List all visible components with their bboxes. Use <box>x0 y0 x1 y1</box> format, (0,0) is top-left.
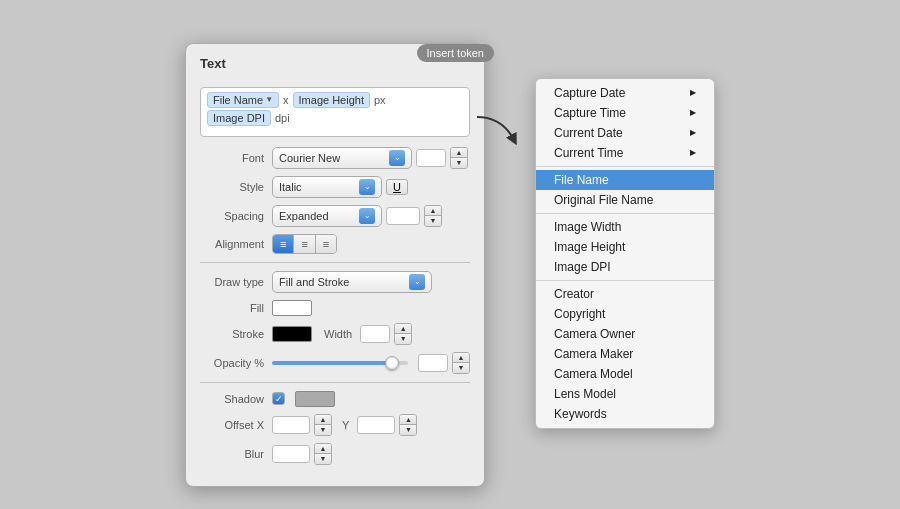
opacity-input[interactable]: 90 <box>418 354 448 372</box>
menu-item-capture-date[interactable]: Capture Date <box>536 83 714 103</box>
menu-item-camera-owner[interactable]: Camera Owner <box>536 324 714 344</box>
offset-y-up[interactable]: ▲ <box>400 415 416 425</box>
menu-item-lens-model[interactable]: Lens Model <box>536 384 714 404</box>
menu-item-capture-time[interactable]: Capture Time <box>536 103 714 123</box>
menu-item-image-height[interactable]: Image Height <box>536 237 714 257</box>
spacing-label: Spacing <box>200 210 272 222</box>
spacing-stepper[interactable]: ▲ ▼ <box>424 205 442 227</box>
spacing-amount-input[interactable]: 1.2 <box>386 207 420 225</box>
opacity-label: Opacity % <box>200 357 272 369</box>
menu-item-original-file-name[interactable]: Original File Name <box>536 190 714 210</box>
offset-x-stepper[interactable]: ▲ ▼ <box>314 414 332 436</box>
menu-item-image-width[interactable]: Image Width <box>536 217 714 237</box>
opacity-control: 90 ▲ ▼ <box>272 352 470 374</box>
font-size-input[interactable]: 14 <box>416 149 446 167</box>
spacing-select[interactable]: Expanded ⌄ <box>272 205 382 227</box>
token-dropdown-arrow: ▼ <box>265 95 273 104</box>
align-left-button[interactable]: ≡ <box>273 235 294 253</box>
draw-type-arrow: ⌄ <box>409 274 425 290</box>
offset-row: Offset X 1 ▲ ▼ Y -1 ▲ ▼ <box>200 414 470 436</box>
blur-control: 1 ▲ ▼ <box>272 443 470 465</box>
opacity-down[interactable]: ▼ <box>453 363 469 373</box>
font-size-down[interactable]: ▼ <box>451 158 467 168</box>
font-row: Font Courier New ⌄ 14 ▲ ▼ <box>200 147 470 169</box>
arrow-connector <box>472 112 522 152</box>
menu-item-keywords[interactable]: Keywords <box>536 404 714 424</box>
opacity-row: Opacity % 90 ▲ ▼ <box>200 352 470 374</box>
offset-control: 1 ▲ ▼ Y -1 ▲ ▼ <box>272 414 470 436</box>
menu-item-camera-model[interactable]: Camera Model <box>536 364 714 384</box>
menu-item-current-date[interactable]: Current Date <box>536 123 714 143</box>
menu-item-copyright[interactable]: Copyright <box>536 304 714 324</box>
offset-y-stepper[interactable]: ▲ ▼ <box>399 414 417 436</box>
insert-token-menu: Capture Date Capture Time Current Date C… <box>535 78 715 429</box>
offset-y-down[interactable]: ▼ <box>400 425 416 435</box>
alignment-group: ≡ ≡ ≡ <box>272 234 337 254</box>
font-control: Courier New ⌄ 14 ▲ ▼ <box>272 147 470 169</box>
stroke-row: Stroke Width 1 ▲ ▼ <box>200 323 470 345</box>
font-size-up[interactable]: ▲ <box>451 148 467 158</box>
align-right-button[interactable]: ≡ <box>316 235 336 253</box>
draw-type-control: Fill and Stroke ⌄ <box>272 271 470 293</box>
stroke-color-swatch[interactable] <box>272 326 312 342</box>
blur-input[interactable]: 1 <box>272 445 310 463</box>
style-row: Style Italic ⌄ U <box>200 176 470 198</box>
fill-color-swatch[interactable] <box>272 300 312 316</box>
opacity-slider-thumb[interactable] <box>385 356 399 370</box>
style-label: Style <box>200 181 272 193</box>
panel-title: Text <box>200 56 226 71</box>
stroke-width-down[interactable]: ▼ <box>395 334 411 344</box>
style-select[interactable]: Italic ⌄ <box>272 176 382 198</box>
blur-stepper[interactable]: ▲ ▼ <box>314 443 332 465</box>
menu-divider-2 <box>536 213 714 214</box>
file-name-token[interactable]: File Name ▼ <box>207 92 279 108</box>
offset-x-down[interactable]: ▼ <box>315 425 331 435</box>
shadow-row: Shadow ✓ <box>200 391 470 407</box>
shadow-color-swatch[interactable] <box>295 391 335 407</box>
fill-label: Fill <box>200 302 272 314</box>
fill-row: Fill <box>200 300 470 316</box>
spacing-down[interactable]: ▼ <box>425 216 441 226</box>
draw-type-select[interactable]: Fill and Stroke ⌄ <box>272 271 432 293</box>
underline-button[interactable]: U <box>386 179 408 195</box>
menu-item-current-time[interactable]: Current Time <box>536 143 714 163</box>
font-size-stepper[interactable]: ▲ ▼ <box>450 147 468 169</box>
alignment-label: Alignment <box>200 238 272 250</box>
font-select-arrow: ⌄ <box>389 150 405 166</box>
font-label: Font <box>200 152 272 164</box>
menu-item-file-name[interactable]: File Name <box>536 170 714 190</box>
align-center-button[interactable]: ≡ <box>294 235 315 253</box>
offset-x-up[interactable]: ▲ <box>315 415 331 425</box>
shadow-checkbox[interactable]: ✓ <box>272 392 285 405</box>
offset-x-input[interactable]: 1 <box>272 416 310 434</box>
font-select[interactable]: Courier New ⌄ <box>272 147 412 169</box>
style-select-arrow: ⌄ <box>359 179 375 195</box>
spacing-up[interactable]: ▲ <box>425 206 441 216</box>
image-dpi-token[interactable]: Image DPI <box>207 110 271 126</box>
image-height-token[interactable]: Image Height <box>293 92 370 108</box>
stroke-width-input[interactable]: 1 <box>360 325 390 343</box>
alignment-row: Alignment ≡ ≡ ≡ <box>200 234 470 254</box>
menu-item-image-dpi[interactable]: Image DPI <box>536 257 714 277</box>
stroke-width-stepper[interactable]: ▲ ▼ <box>394 323 412 345</box>
fill-control <box>272 300 470 316</box>
menu-divider-3 <box>536 280 714 281</box>
offset-y-input[interactable]: -1 <box>357 416 395 434</box>
text-panel: Text Insert token File Name ▼ x Image He… <box>185 43 485 487</box>
opacity-stepper[interactable]: ▲ ▼ <box>452 352 470 374</box>
opacity-slider-container[interactable] <box>272 361 408 365</box>
shadow-label: Shadow <box>200 393 272 405</box>
spacing-control: Expanded ⌄ 1.2 ▲ ▼ <box>272 205 470 227</box>
opacity-slider-track[interactable] <box>272 361 408 365</box>
token-area[interactable]: File Name ▼ x Image Height px Image DPI … <box>200 87 470 137</box>
opacity-up[interactable]: ▲ <box>453 353 469 363</box>
insert-token-button[interactable]: Insert token <box>417 44 494 62</box>
offset-y-label: Y <box>342 419 349 431</box>
menu-item-creator[interactable]: Creator <box>536 284 714 304</box>
menu-item-camera-maker[interactable]: Camera Maker <box>536 344 714 364</box>
blur-down[interactable]: ▼ <box>315 454 331 464</box>
blur-row: Blur 1 ▲ ▼ <box>200 443 470 465</box>
draw-type-row: Draw type Fill and Stroke ⌄ <box>200 271 470 293</box>
blur-up[interactable]: ▲ <box>315 444 331 454</box>
stroke-width-up[interactable]: ▲ <box>395 324 411 334</box>
